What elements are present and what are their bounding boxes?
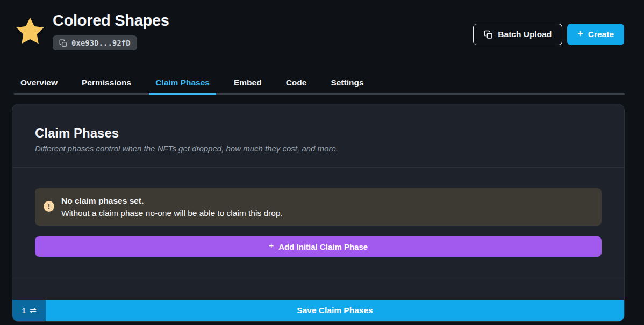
save-bar: 1 ⇌ Save Claim Phases bbox=[12, 300, 624, 321]
contract-identity: Colored Shapes 0xe93D...92fD bbox=[13, 11, 169, 50]
warning-title: No claim phases set. bbox=[61, 194, 283, 207]
warning-text: No claim phases set. Without a claim pha… bbox=[61, 194, 283, 219]
contract-logo bbox=[13, 12, 47, 50]
contract-address-badge[interactable]: 0xe93D...92fD bbox=[53, 35, 137, 50]
batch-upload-copy-icon bbox=[484, 30, 493, 39]
card-footer-spacer bbox=[12, 279, 624, 300]
tab-bar: Overview Permissions Claim Phases Embed … bbox=[14, 74, 625, 95]
copy-icon bbox=[59, 39, 67, 47]
title-block: Colored Shapes 0xe93D...92fD bbox=[53, 11, 169, 50]
contract-dashboard-page: Colored Shapes 0xe93D...92fD Batch Uploa… bbox=[0, 0, 644, 325]
contract-address-text: 0xe93D...92fD bbox=[71, 39, 131, 47]
warning-alert: ! No claim phases set. Without a claim p… bbox=[35, 188, 602, 226]
swap-arrows-icon: ⇌ bbox=[30, 307, 37, 315]
tab-code[interactable]: Code bbox=[280, 74, 313, 95]
contract-header: Colored Shapes 0xe93D...92fD Batch Uploa… bbox=[0, 0, 644, 50]
tab-permissions[interactable]: Permissions bbox=[75, 74, 138, 95]
tab-overview[interactable]: Overview bbox=[14, 74, 64, 95]
transaction-count: 1 bbox=[22, 307, 26, 315]
tab-embed[interactable]: Embed bbox=[227, 74, 268, 95]
plus-icon: + bbox=[269, 241, 274, 251]
add-initial-claim-phase-button[interactable]: + Add Initial Claim Phase bbox=[35, 236, 602, 257]
star-icon bbox=[13, 15, 47, 48]
plus-icon: + bbox=[577, 29, 583, 39]
claim-phases-card: Claim Phases Different phases control wh… bbox=[12, 104, 625, 322]
card-header: Claim Phases Different phases control wh… bbox=[12, 104, 624, 167]
card-body: ! No claim phases set. Without a claim p… bbox=[12, 167, 624, 279]
page-title: Colored Shapes bbox=[53, 11, 169, 30]
add-initial-claim-phase-label: Add Initial Claim Phase bbox=[278, 242, 368, 251]
create-button[interactable]: + Create bbox=[567, 24, 624, 45]
card-title: Claim Phases bbox=[35, 125, 602, 141]
save-claim-phases-button[interactable]: Save Claim Phases bbox=[46, 300, 624, 321]
warning-description: Without a claim phase no-one will be abl… bbox=[61, 207, 283, 219]
tab-settings[interactable]: Settings bbox=[324, 74, 370, 95]
batch-upload-label: Batch Upload bbox=[498, 30, 552, 39]
header-actions: Batch Upload + Create bbox=[473, 24, 624, 45]
warning-icon: ! bbox=[44, 201, 54, 212]
tab-claim-phases[interactable]: Claim Phases bbox=[149, 74, 216, 95]
batch-upload-button[interactable]: Batch Upload bbox=[473, 24, 562, 45]
create-label: Create bbox=[588, 30, 614, 39]
transaction-count-badge[interactable]: 1 ⇌ bbox=[12, 300, 46, 321]
card-subtitle: Different phases control when the NFTs g… bbox=[35, 143, 602, 154]
